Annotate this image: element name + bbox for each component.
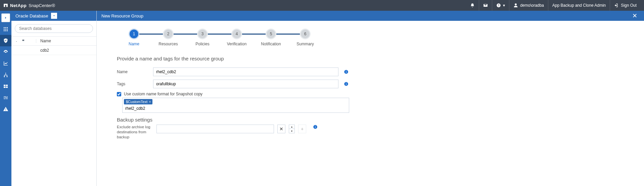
add-path-button[interactable]: + <box>298 125 306 133</box>
messages-button[interactable] <box>479 0 492 11</box>
signout-label: Sign Out <box>621 3 637 8</box>
context-scope-label: Oracle Database <box>15 13 48 18</box>
info-icon[interactable] <box>344 69 349 74</box>
exclude-label: Exclude archive log destinations from ba… <box>117 125 153 140</box>
wizard-stepper: 1Name2Resources3Policies4Verification5No… <box>117 30 624 46</box>
caret-down-icon: ▾ <box>503 3 505 8</box>
svg-rect-7 <box>346 83 346 83</box>
caret-down-icon <box>52 14 56 17</box>
nav-settings[interactable] <box>0 92 11 103</box>
name-input[interactable] <box>153 67 338 76</box>
step-summary[interactable]: 6Summary <box>288 30 322 46</box>
custom-format-input[interactable] <box>124 104 348 112</box>
nav-rail <box>0 11 11 186</box>
spin-up-button[interactable]: ▴ <box>289 125 295 129</box>
notifications-button[interactable] <box>466 0 479 11</box>
nav-alerts[interactable] <box>0 103 11 115</box>
spin-down-button[interactable]: ▾ <box>289 129 295 133</box>
path-spinner: ▴ ▾ <box>289 125 295 133</box>
info-icon[interactable] <box>313 125 318 129</box>
backup-settings-heading: Backup settings <box>117 117 624 123</box>
flag-icon[interactable] <box>21 39 26 43</box>
help-button[interactable]: ? ▾ <box>492 0 509 11</box>
section-heading: Provide a name and tags for the resource… <box>117 56 624 61</box>
main-header: New Resource Group ✕ <box>97 11 644 21</box>
database-name: cdb2 <box>36 48 96 53</box>
context-header: Oracle Database <box>11 11 96 21</box>
step-bubble: 1 <box>130 30 138 38</box>
name-label: Name <box>117 69 153 74</box>
sort-icon[interactable] <box>15 39 19 43</box>
step-label: Verification <box>227 42 247 46</box>
custom-format-checkbox[interactable] <box>117 92 121 96</box>
column-name[interactable]: Name <box>36 39 96 43</box>
context-scope-dropdown[interactable] <box>51 13 57 19</box>
format-chip[interactable]: $CustomText × <box>124 99 152 104</box>
brand-vendor: NetApp <box>10 3 27 8</box>
shield-check-icon <box>3 38 8 43</box>
help-icon: ? <box>496 3 501 8</box>
step-label: Policies <box>195 42 209 46</box>
nav-monitor[interactable] <box>0 46 11 58</box>
database-row[interactable]: cdb2 <box>11 46 96 55</box>
step-name[interactable]: 1Name <box>117 30 151 46</box>
step-label: Name <box>129 42 139 46</box>
close-button[interactable]: ✕ <box>630 12 639 19</box>
tags-input[interactable] <box>153 80 338 88</box>
svg-rect-4 <box>346 71 346 71</box>
search-input[interactable] <box>15 24 93 33</box>
step-notification[interactable]: 5Notification <box>254 30 288 46</box>
exclude-path-input[interactable] <box>156 125 274 133</box>
netapp-logo-icon <box>3 3 8 8</box>
step-label: Notification <box>261 42 281 46</box>
step-bubble: 2 <box>164 30 173 38</box>
role-label: App Backup and Clone Admin <box>552 3 606 8</box>
bell-icon <box>470 3 475 8</box>
main-panel: New Resource Group ✕ 1Name2Resources3Pol… <box>97 11 644 186</box>
custom-format-box[interactable]: $CustomText × <box>122 98 349 113</box>
nav-hosts[interactable] <box>0 69 11 81</box>
role-label-wrap[interactable]: App Backup and Clone Admin <box>548 0 610 11</box>
signout-icon <box>614 3 619 8</box>
nav-resources[interactable] <box>0 35 11 46</box>
chip-remove-icon[interactable]: × <box>149 100 151 104</box>
user-menu[interactable]: demo\oradba <box>509 0 548 11</box>
wizard-title: New Resource Group <box>101 13 143 18</box>
nav-storage[interactable] <box>0 81 11 92</box>
step-resources[interactable]: 2Resources <box>151 30 185 46</box>
alert-icon <box>3 106 8 112</box>
context-column: Oracle Database Name cdb2 <box>11 11 97 186</box>
clear-path-button[interactable]: ✕ <box>277 125 285 133</box>
signout-button[interactable]: Sign Out <box>610 0 641 11</box>
brand: NetApp SnapCenter® <box>3 3 55 8</box>
step-bubble: 5 <box>267 30 275 38</box>
step-bubble: 6 <box>301 30 310 38</box>
chart-icon <box>3 61 8 66</box>
svg-rect-10 <box>315 126 315 126</box>
topology-icon <box>3 72 8 78</box>
chip-label: $CustomText <box>126 100 147 104</box>
svg-text:?: ? <box>498 4 500 7</box>
grid-icon <box>3 27 8 32</box>
svg-rect-6 <box>346 84 346 85</box>
svg-rect-9 <box>315 127 315 128</box>
nav-dashboard[interactable] <box>0 24 11 35</box>
step-policies[interactable]: 3Policies <box>185 30 220 46</box>
chevron-right-icon <box>4 16 7 19</box>
step-verification[interactable]: 4Verification <box>220 30 254 46</box>
rail-expand-button[interactable] <box>1 13 10 22</box>
gauge-icon <box>3 49 8 55</box>
nav-reports[interactable] <box>0 58 11 69</box>
step-bubble: 3 <box>198 30 207 38</box>
sliders-icon <box>3 95 8 100</box>
svg-rect-3 <box>346 72 346 73</box>
custom-format-label: Use custom name format for Snapshot copy <box>124 92 202 96</box>
step-label: Resources <box>158 42 178 46</box>
storage-icon <box>3 84 8 89</box>
info-icon[interactable] <box>344 82 349 86</box>
step-label: Summary <box>296 42 314 46</box>
mail-icon <box>483 3 488 8</box>
brand-product: SnapCenter® <box>29 3 55 8</box>
topbar: NetApp SnapCenter® ? ▾ demo\oradba App B… <box>0 0 644 11</box>
tags-label: Tags <box>117 82 153 86</box>
